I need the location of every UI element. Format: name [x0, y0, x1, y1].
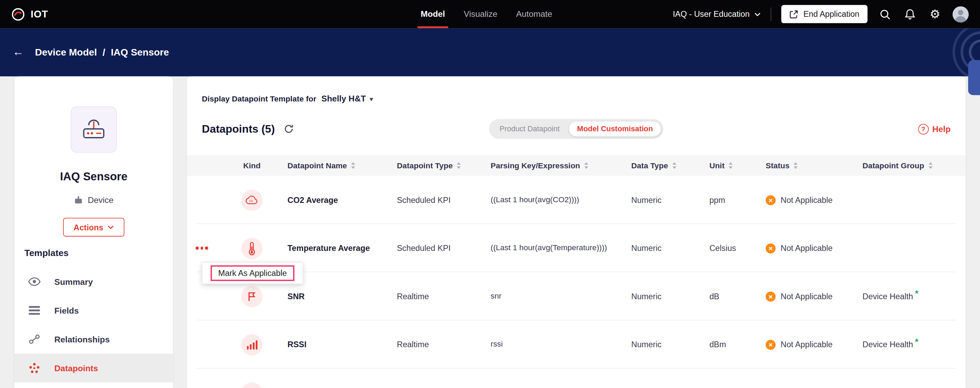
- menu-item-mark-as-applicable[interactable]: Mark As Applicable: [211, 265, 294, 281]
- device-model-sidebar: IAQ Sensore Device Actions Templates: [14, 77, 173, 388]
- more-options-icon[interactable]: [193, 243, 210, 253]
- header-unit[interactable]: Unit: [700, 161, 756, 170]
- status-label: Not Applicable: [781, 195, 833, 204]
- parsing-key: snr: [481, 291, 622, 302]
- end-application-button[interactable]: End Application: [781, 5, 867, 23]
- applicable-asterisk: *: [915, 288, 918, 298]
- sort-icon[interactable]: [672, 162, 677, 169]
- column-label: Kind: [243, 161, 261, 170]
- header-datapoint-name[interactable]: Datapoint Name: [278, 161, 387, 170]
- sort-icon[interactable]: [457, 162, 461, 169]
- sidebar-item-label: Relationships: [54, 335, 110, 344]
- column-label: Datapoint Name: [288, 161, 347, 170]
- datapoint-name: CO2 Average: [278, 195, 387, 204]
- data-type: Numeric: [622, 243, 700, 252]
- sidebar-item-label: Datapoints: [54, 363, 98, 372]
- applicable-asterisk: *: [915, 336, 918, 346]
- header-datapoint-type[interactable]: Datapoint Type: [388, 161, 481, 170]
- unit: Celsius: [700, 243, 756, 252]
- row-context-menu: Mark As Applicable: [202, 262, 303, 284]
- help-label: Help: [932, 124, 951, 133]
- column-label: Datapoint Group: [862, 161, 924, 170]
- back-arrow-icon[interactable]: [13, 46, 24, 59]
- template-selector-value: Shelly H&T: [321, 94, 366, 103]
- sort-icon[interactable]: [351, 162, 356, 169]
- not-applicable-icon: [766, 291, 776, 301]
- breadcrumb-current: IAQ Sensore: [111, 46, 169, 58]
- end-application-label: End Application: [803, 9, 859, 19]
- datapoint-name: RSSI: [278, 340, 387, 349]
- datapoints-panel: Display Datapoint Template for Shelly H&…: [187, 77, 966, 388]
- iot-logo-icon: [11, 7, 25, 21]
- table-row[interactable]: SNR Realtime snr Numeric dB Not Applicab…: [187, 272, 966, 321]
- table-row-partial[interactable]: [187, 369, 966, 388]
- table-row[interactable]: co CO2 Average Scheduled KPI ((Last 1 ho…: [187, 176, 966, 224]
- status-cell: Not Applicable: [756, 291, 853, 301]
- flag-icon: [242, 286, 262, 307]
- header-datapoint-group[interactable]: Datapoint Group: [853, 161, 966, 170]
- nav-model[interactable]: Model: [420, 0, 445, 28]
- help-icon: [918, 124, 929, 134]
- table-header-row: Kind Datapoint Name Datapoint Type Parsi…: [187, 155, 966, 176]
- sidebar-item-fields[interactable]: Fields: [14, 296, 173, 325]
- sort-icon[interactable]: [584, 162, 589, 169]
- search-icon[interactable]: [878, 6, 892, 22]
- primary-nav: Model Visualize Automate: [420, 0, 552, 28]
- actions-button[interactable]: Actions: [63, 218, 124, 236]
- breadcrumb-parent[interactable]: Device Model: [35, 46, 97, 58]
- toggle-model-customisation[interactable]: Model Customisation: [568, 121, 662, 137]
- datapoint-type: Scheduled KPI: [388, 243, 481, 252]
- refresh-icon[interactable]: [283, 124, 293, 134]
- not-applicable-icon: [766, 340, 776, 350]
- help-button[interactable]: Help: [918, 124, 951, 134]
- header-data-type[interactable]: Data Type: [622, 161, 700, 170]
- table-row[interactable]: Temperature Average Scheduled KPI ((Last…: [187, 224, 966, 273]
- dropdown-caret-icon: [369, 94, 373, 103]
- sidebar-item-datapoints[interactable]: Datapoints: [14, 354, 173, 383]
- toggle-product-datapoint[interactable]: Product Datapoint: [491, 121, 568, 137]
- sidebar-item-relationships[interactable]: Relationships: [14, 325, 173, 354]
- group-label: Device Health: [862, 340, 913, 349]
- chevron-down-icon: [108, 225, 114, 229]
- side-panel-tab[interactable]: [968, 60, 980, 95]
- co2-cloud-icon: co: [242, 189, 262, 211]
- unit: dB: [700, 292, 756, 301]
- column-label: Datapoint Type: [397, 161, 453, 170]
- parsing-key: ((Last 1 hour(avg(Temperature)))): [481, 243, 622, 253]
- data-type: Numeric: [622, 340, 700, 349]
- header-status[interactable]: Status: [756, 161, 853, 170]
- sidebar-item-label: Summary: [54, 277, 93, 286]
- device-name: IAQ Sensore: [14, 170, 173, 184]
- status-cell: Not Applicable: [756, 195, 853, 205]
- nav-automate[interactable]: Automate: [516, 0, 552, 28]
- datapoints-title-row: Datapoints (5) Product Datapoint Model C…: [202, 118, 951, 140]
- bell-icon[interactable]: [903, 6, 918, 22]
- data-type: Numeric: [622, 195, 700, 204]
- group-label: Device Health: [862, 292, 913, 301]
- breadcrumb-separator: /: [102, 46, 105, 58]
- unit: dBm: [700, 340, 756, 349]
- sort-icon[interactable]: [728, 162, 733, 169]
- app-selector-dropdown[interactable]: IAQ - User Education: [673, 9, 761, 19]
- datapoints-title: Datapoints (5): [202, 122, 275, 136]
- device-type: Device: [14, 195, 173, 204]
- brand[interactable]: IOT: [11, 7, 48, 21]
- sidebar-item-summary[interactable]: Summary: [14, 267, 173, 296]
- user-avatar[interactable]: [953, 6, 969, 22]
- header-parsing-key[interactable]: Parsing Key/Expression: [481, 161, 622, 170]
- datapoints-icon: [28, 362, 41, 374]
- not-applicable-icon: [766, 195, 776, 205]
- datapoint-type: Realtime: [388, 340, 481, 349]
- table-row[interactable]: RSSI Realtime rssi Numeric dBm Not Appli…: [187, 321, 966, 369]
- sort-icon[interactable]: [928, 162, 933, 169]
- brand-name: IOT: [30, 9, 48, 20]
- datapoint-group-cell: Device Health *: [853, 291, 966, 301]
- gear-icon[interactable]: [928, 6, 943, 22]
- app-selector-label: IAQ - User Education: [673, 9, 749, 19]
- sidebar-menu: Summary Fields: [14, 267, 173, 383]
- template-selector-dropdown[interactable]: Shelly H&T: [321, 94, 373, 103]
- sort-icon[interactable]: [793, 162, 799, 169]
- status-label: Not Applicable: [781, 243, 833, 252]
- parsing-key: rssi: [481, 339, 622, 350]
- nav-visualize[interactable]: Visualize: [464, 0, 497, 28]
